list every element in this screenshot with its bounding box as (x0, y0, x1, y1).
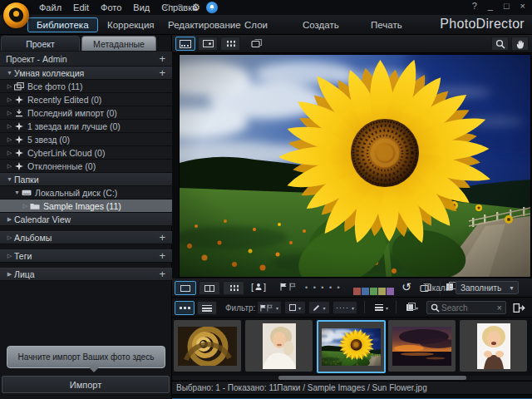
scale-dropdown[interactable]: Заполнить ▼ (456, 281, 519, 294)
star-rating[interactable]: • • • • • (305, 283, 342, 292)
calendar-view-header[interactable]: ▶ Calendar View (0, 213, 172, 226)
filter-label-button[interactable]: ▾ (284, 301, 306, 314)
sidebar-item-rejected[interactable]: ▷ Отклоненные (0) (0, 160, 172, 173)
tab-library[interactable]: Библиотека (27, 17, 98, 32)
sort-button[interactable]: ▾ (370, 301, 393, 314)
close-button[interactable]: × (520, 1, 525, 11)
search-input[interactable] (440, 303, 497, 313)
photo-viewer (172, 53, 532, 278)
smart-tag-icon (14, 162, 24, 170)
chevron-collapsed-icon[interactable]: ▷ (5, 253, 14, 259)
thumbnail-spiral-staircase[interactable] (174, 320, 241, 372)
single-view-button[interactable] (175, 281, 196, 295)
browser-only-button[interactable] (220, 37, 240, 51)
help-button[interactable]: ? (472, 1, 477, 11)
filter-flags-button[interactable]: ▾ (257, 301, 282, 314)
add-tag-button[interactable]: + (159, 252, 165, 260)
color-label-yellow[interactable] (378, 288, 386, 295)
compare-view-button[interactable] (199, 281, 220, 295)
tab-print[interactable]: Печать (367, 18, 406, 32)
thumbnail-scrollbar[interactable] (172, 376, 532, 380)
tab-project[interactable]: Проект (1, 36, 80, 51)
color-label-purple[interactable] (387, 288, 394, 295)
flag-reject-icon[interactable] (289, 283, 297, 291)
color-label-blue[interactable] (362, 288, 369, 295)
add-album-button[interactable]: + (159, 234, 165, 242)
thumbnail-woman-laughing[interactable] (460, 320, 527, 372)
import-button[interactable]: Импорт (2, 376, 170, 393)
albums-header[interactable]: ▷ Альбомы + (0, 231, 172, 244)
list-view-button[interactable] (197, 301, 217, 315)
tab-create[interactable]: Создать (299, 18, 342, 32)
rotate-canvas-icon[interactable] (251, 38, 263, 48)
color-label-red[interactable] (353, 288, 361, 295)
chevron-expanded-icon[interactable]: ▼ (5, 176, 14, 182)
chevron-collapsed-icon[interactable]: ▷ (21, 203, 30, 209)
export-icon[interactable] (513, 303, 525, 313)
filter-edited-button[interactable]: ▾ (308, 301, 330, 314)
thumbnail-sun-flower-selected[interactable] (317, 320, 386, 373)
filter-rating-button[interactable]: ···· ▾ (332, 301, 357, 314)
sidebar-item-one-star-or-better[interactable]: ▷ 1 звезда или лучше (0) (0, 120, 172, 133)
folders-header[interactable]: ▼ Папки (0, 173, 172, 186)
settings-gear-icon[interactable]: ⚙ (191, 2, 200, 13)
chevron-collapsed-icon[interactable]: ▷ (5, 96, 14, 103)
chevron-collapsed-icon[interactable]: ▷ (5, 136, 14, 143)
menu-file[interactable]: Файл (33, 0, 67, 15)
sidebar-item-latest-import[interactable]: ▷ Последний импорт (0) (0, 106, 172, 120)
add-face-button[interactable]: + (159, 270, 165, 278)
browser-view-button[interactable] (175, 37, 195, 51)
photo-sun-flower[interactable] (180, 55, 530, 277)
chevron-expanded-icon[interactable]: ▼ (12, 190, 22, 195)
faces-header[interactable]: ▶ Лица + (0, 268, 172, 281)
redo-icon[interactable]: ↷ (177, 2, 185, 13)
notification-icon[interactable] (206, 2, 218, 13)
project-header-row[interactable]: Проект - Admin + (0, 52, 172, 66)
tab-metadata[interactable]: Метаданные (81, 36, 156, 51)
face-tag-button[interactable]: [] (251, 282, 266, 292)
chevron-collapsed-icon[interactable]: ▷ (5, 163, 14, 170)
sidebar-item-local-disk[interactable]: ▼ Локальный диск (C:) (0, 186, 172, 200)
clear-search-icon[interactable]: × (497, 303, 502, 313)
sidebar-item-cyberlink-cloud[interactable]: ▷ CyberLink Cloud (0) (0, 146, 172, 160)
menu-edit[interactable]: Edit (67, 0, 95, 15)
thumbnail-size-button[interactable] (175, 301, 195, 315)
flag-pick-icon[interactable] (280, 283, 288, 291)
menu-view[interactable]: Вид (127, 0, 155, 15)
undo-icon[interactable]: ↶ (163, 2, 171, 13)
add-project-button[interactable]: + (159, 55, 165, 63)
tags-header[interactable]: ▷ Теги + (0, 249, 172, 263)
flag-icon (260, 304, 267, 312)
viewer-only-button[interactable] (198, 37, 218, 51)
chevron-expanded-icon[interactable]: ▼ (5, 70, 14, 76)
color-label-green[interactable] (370, 288, 377, 295)
multi-view-button[interactable] (223, 281, 244, 295)
minimize-button[interactable]: _ (488, 1, 493, 11)
chevron-collapsed-icon[interactable]: ▷ (5, 150, 14, 156)
chevron-collapsed-icon[interactable]: ▷ (5, 234, 14, 241)
zoom-tool-button[interactable] (491, 37, 509, 51)
sidebar-item-all-photos[interactable]: ▷ Все фото (11) (0, 80, 172, 93)
tab-layers[interactable]: Слои (241, 18, 271, 32)
sidebar-item-five-stars[interactable]: ▷ 5 звезд (0) (0, 133, 172, 146)
tab-adjustment[interactable]: Коррекция (104, 18, 158, 32)
chevron-collapsed-filled-icon[interactable]: ▶ (5, 216, 14, 223)
add-smart-collection-button[interactable]: + (159, 69, 165, 77)
thumbnail-storm-sunset[interactable] (388, 320, 456, 372)
import-hint-tooltip: Начните импорт Ваших фото здесь (7, 346, 165, 368)
stack-menu-button[interactable]: ▾ (401, 301, 423, 314)
maximize-button[interactable]: □ (504, 1, 510, 11)
pan-tool-button[interactable] (511, 37, 529, 51)
smart-collection-header[interactable]: ▼ Умная коллекция + (0, 66, 172, 80)
chevron-collapsed-filled-icon[interactable]: ▶ (5, 271, 14, 278)
sidebar-item-sample-images[interactable]: ▷ Sample Images (11) (0, 200, 172, 213)
tab-edit[interactable]: Редактирование (165, 18, 244, 32)
rotate-left-icon[interactable]: ↺ (401, 280, 411, 293)
scrollbar-thumb[interactable] (278, 376, 466, 380)
chevron-collapsed-icon[interactable]: ▷ (5, 123, 14, 130)
sidebar-item-recently-edited[interactable]: ▷ Recently Edited (0) (0, 93, 172, 106)
thumbnail-woman-smiling[interactable] (245, 320, 313, 372)
chevron-collapsed-icon[interactable]: ▷ (5, 83, 14, 90)
menu-photo[interactable]: Фото (95, 0, 127, 15)
chevron-collapsed-icon[interactable]: ▷ (5, 110, 14, 116)
